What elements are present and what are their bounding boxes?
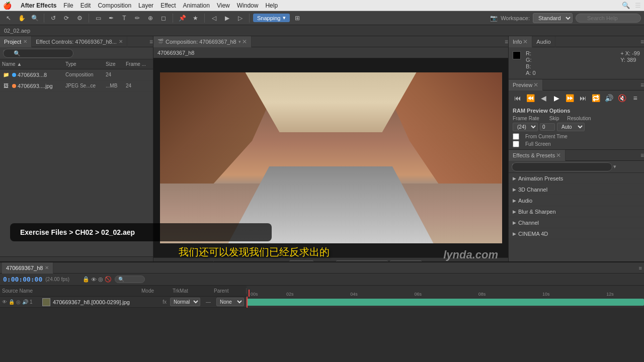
effects-tab-close[interactable]: ✕ bbox=[556, 152, 561, 159]
preview-options-menu[interactable]: ≡ bbox=[630, 93, 641, 104]
effects-item-audio[interactable]: ▶ Audio bbox=[509, 195, 644, 206]
zoom-tool[interactable]: 🔍 bbox=[29, 13, 40, 24]
layer-shy-icon[interactable]: 👁 bbox=[2, 299, 7, 305]
audio-tab[interactable]: Audio bbox=[532, 36, 555, 47]
effects-item-channel[interactable]: ▶ Channel bbox=[509, 217, 644, 228]
refresh-tool[interactable]: ⟳ bbox=[61, 13, 72, 24]
info-tab-close[interactable]: ✕ bbox=[523, 38, 528, 45]
effects-search-input[interactable] bbox=[512, 162, 612, 171]
menu-edit[interactable]: Edit bbox=[80, 2, 91, 9]
layer-lock-icon[interactable]: 🔒 bbox=[9, 299, 15, 305]
comp-tab-dropdown[interactable]: ▾ bbox=[238, 39, 241, 44]
menu-layer[interactable]: Layer bbox=[138, 2, 153, 9]
effects-item-blur-sharpen[interactable]: ▶ Blur & Sharpen bbox=[509, 206, 644, 217]
menu-file[interactable]: File bbox=[63, 2, 73, 9]
tl-visibility-btn[interactable]: 👁 bbox=[91, 277, 97, 283]
select-tool[interactable]: ↖ bbox=[3, 13, 14, 24]
effects-item-cinema4d[interactable]: ▶ CINEMA 4D bbox=[509, 228, 644, 239]
text-tool[interactable]: T bbox=[119, 13, 130, 24]
project-tab[interactable]: Project ✕ bbox=[0, 36, 32, 47]
undo-tool[interactable]: ↺ bbox=[48, 13, 59, 24]
brush-tool[interactable]: ✏ bbox=[132, 13, 143, 24]
comp-panel-menu[interactable]: ≡ bbox=[505, 38, 508, 45]
timeline-menu-icon[interactable]: ≡ bbox=[639, 265, 642, 271]
clone-tool[interactable]: ⊕ bbox=[145, 13, 156, 24]
preview-panel-menu[interactable]: ≡ bbox=[640, 81, 644, 88]
list-item[interactable]: 🖼 4706693....jpg JPEG Se...ce ...MB 24 bbox=[0, 80, 153, 92]
layer-row[interactable]: 👁 🔒 ◎ 🔊 1 470669367_h8.[0000-0299].jpg f… bbox=[0, 297, 644, 308]
effect-controls-label: Effect Controls: 470669367_h8... bbox=[36, 39, 117, 45]
preview-play[interactable]: ▶ bbox=[551, 93, 562, 104]
search-input[interactable] bbox=[576, 14, 641, 23]
mode-select[interactable]: Normal bbox=[170, 298, 200, 306]
col-type-header: Type bbox=[65, 61, 106, 67]
tl-lock-btn[interactable]: 🔒 bbox=[83, 276, 90, 283]
preview-prev-frame[interactable]: ⏪ bbox=[525, 93, 536, 104]
timeline-tab-close[interactable]: ✕ bbox=[45, 265, 49, 270]
project-tab-close[interactable]: ✕ bbox=[23, 39, 27, 44]
tl-solo-btn[interactable]: ◎ bbox=[98, 276, 103, 283]
item-size: ...MB bbox=[106, 83, 126, 88]
effects-item-animation-presets[interactable]: ▶ Animation Presets bbox=[509, 173, 644, 184]
list-item[interactable]: 📁 4706693...8 Composition 24 bbox=[0, 69, 153, 80]
effects-panel-menu[interactable]: ≡ bbox=[640, 152, 644, 159]
frame-rate-select[interactable]: (24) bbox=[513, 123, 538, 131]
rect-tool[interactable]: ▭ bbox=[93, 13, 104, 24]
preview-next-frame[interactable]: ⏩ bbox=[565, 93, 576, 104]
eraser-tool[interactable]: ◻ bbox=[158, 13, 169, 24]
from-current-check[interactable] bbox=[513, 133, 519, 140]
menu-window[interactable]: Window bbox=[237, 2, 259, 9]
menu-composition[interactable]: Composition bbox=[98, 2, 131, 9]
preview-mute[interactable]: 🔇 bbox=[617, 93, 628, 104]
apple-menu[interactable]: 🍎 bbox=[3, 2, 12, 10]
layer-audio-icon[interactable]: 🔊 bbox=[22, 299, 28, 305]
menubar-right: 🔍 ☰ bbox=[622, 2, 641, 9]
preview-ram-prev[interactable]: ◀ bbox=[538, 93, 549, 104]
info-panel-menu[interactable]: ≡ bbox=[640, 38, 644, 45]
settings-tool[interactable]: ⚙ bbox=[74, 13, 85, 24]
pin-tool[interactable]: 📌 bbox=[177, 13, 188, 24]
control-icon[interactable]: ☰ bbox=[635, 2, 641, 9]
full-screen-check[interactable] bbox=[513, 141, 519, 147]
project-search-input[interactable] bbox=[3, 49, 73, 58]
info-tab[interactable]: Info ✕ bbox=[509, 36, 532, 47]
layer-solo-icon[interactable]: ◎ bbox=[16, 299, 21, 305]
parent-select[interactable]: None bbox=[216, 298, 244, 306]
snapping-button[interactable]: Snapping ▾ bbox=[253, 14, 290, 22]
arrow-right[interactable]: ▷ bbox=[234, 13, 246, 24]
skip-input[interactable] bbox=[540, 123, 555, 131]
timeline-tab-main[interactable]: 470669367_h8 ✕ bbox=[2, 262, 53, 274]
timeline-bar[interactable] bbox=[247, 297, 644, 308]
preview-tab-close[interactable]: ✕ bbox=[533, 81, 538, 88]
comp-name: 470669367_h8 bbox=[157, 50, 194, 56]
resolution-select[interactable]: Auto bbox=[557, 123, 585, 131]
comp-tab-close[interactable]: ✕ bbox=[242, 38, 247, 45]
shape-tool[interactable]: ★ bbox=[190, 13, 201, 24]
effects-item-3d-channel[interactable]: ▶ 3D Channel bbox=[509, 184, 644, 195]
hand-tool[interactable]: ✋ bbox=[16, 13, 27, 24]
preview-loop[interactable]: 🔁 bbox=[591, 93, 602, 104]
effect-controls-tab[interactable]: Effect Controls: 470669367_h8... ✕ bbox=[32, 36, 127, 47]
preview-audio[interactable]: 🔊 bbox=[604, 93, 615, 104]
preview-last-frame[interactable]: ⏭ bbox=[578, 93, 589, 104]
timeline-search[interactable] bbox=[115, 276, 145, 283]
comp-tab-main[interactable]: 🎬 Composition: 470669367_h8 ▾ ✕ bbox=[153, 36, 252, 47]
timeline-time[interactable]: 0:00:00:00 bbox=[3, 276, 42, 283]
menu-help[interactable]: Help bbox=[265, 2, 278, 9]
spotlight-icon[interactable]: 🔍 bbox=[622, 2, 630, 9]
effects-tab[interactable]: Effects & Presets ✕ bbox=[509, 150, 566, 161]
expand-tool[interactable]: ⊞ bbox=[292, 13, 303, 24]
left-panel-menu-icon[interactable]: ≡ bbox=[149, 38, 153, 45]
play-tool[interactable]: ▶ bbox=[221, 13, 232, 24]
menu-view[interactable]: View bbox=[217, 2, 230, 9]
workspace-select[interactable]: Standard bbox=[533, 13, 573, 23]
effects-dropdown[interactable]: ▾ bbox=[613, 163, 616, 170]
preview-first-frame[interactable]: ⏮ bbox=[512, 93, 523, 104]
menu-effect[interactable]: Effect bbox=[160, 2, 176, 9]
effect-controls-tab-close[interactable]: ✕ bbox=[119, 39, 123, 44]
preview-tab[interactable]: Preview ✕ bbox=[509, 79, 543, 90]
pen-tool[interactable]: ✒ bbox=[106, 13, 117, 24]
menu-animation[interactable]: Animation bbox=[183, 2, 210, 9]
tl-shy-btn[interactable]: 🚫 bbox=[105, 276, 112, 283]
arrow-left[interactable]: ◁ bbox=[208, 13, 219, 24]
